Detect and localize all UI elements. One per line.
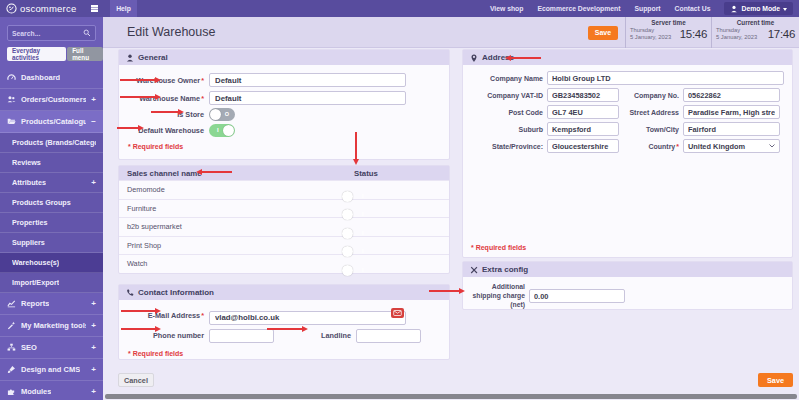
horizontal-scrollbar[interactable] bbox=[105, 394, 797, 399]
landline-label: Landline bbox=[274, 331, 356, 340]
suburb-input[interactable] bbox=[547, 122, 619, 136]
sidebar-item-reviews[interactable]: Reviews bbox=[0, 153, 103, 173]
ecommerce-development-link[interactable]: Ecommerce Development bbox=[537, 5, 620, 12]
country-select-value: United Kingdom bbox=[688, 142, 745, 151]
suburb-label: Suburb bbox=[463, 126, 547, 133]
sidebar-item-orders-customers[interactable]: Orders/Customers + bbox=[0, 89, 103, 111]
tab-everyday-activities[interactable]: Everyday activities bbox=[7, 47, 66, 61]
view-shop-link[interactable]: View shop bbox=[490, 5, 524, 12]
expand-plus[interactable]: + bbox=[91, 299, 96, 308]
state-province-label: State/Province: bbox=[463, 143, 547, 150]
town-city-input[interactable] bbox=[683, 122, 780, 136]
sidebar-item-properties[interactable]: Properties bbox=[0, 213, 103, 233]
additional-shipping-charge-input[interactable] bbox=[529, 289, 625, 303]
email-label: E-Mail Address* bbox=[119, 311, 209, 320]
user-menu-demo-mode[interactable]: Demo Mode bbox=[724, 2, 793, 15]
is-store-toggle[interactable] bbox=[209, 108, 235, 121]
expand-plus[interactable]: + bbox=[91, 95, 96, 104]
default-warehouse-toggle[interactable] bbox=[209, 124, 235, 137]
hamburger-menu-icon[interactable] bbox=[91, 5, 98, 7]
phone-number-input[interactable] bbox=[209, 329, 274, 343]
sidebar-item-products-brands[interactable]: Products (Brands/Catego... bbox=[0, 133, 103, 153]
sidebar-item-import-export[interactable]: Import/Export bbox=[0, 273, 103, 293]
search-icon[interactable] bbox=[83, 29, 91, 37]
main-area: Edit Warehouse Save Server time Thursday… bbox=[103, 17, 799, 400]
sidebar-item-dashboard[interactable]: Dashboard bbox=[0, 67, 103, 89]
collapse-minus[interactable]: − bbox=[91, 117, 96, 126]
chevron-down-icon bbox=[783, 8, 787, 13]
help-menu-item[interactable]: Help bbox=[110, 0, 137, 17]
address-required-note: * Required fields bbox=[471, 244, 526, 251]
server-time-block: Server time Thursday5 January, 2023 15:4… bbox=[625, 17, 711, 48]
sidebar-item-my-marketing-tools[interactable]: My Marketing tools + bbox=[0, 315, 103, 337]
street-address-label: Street Address bbox=[619, 109, 683, 116]
contact-us-link[interactable]: Contact Us bbox=[675, 5, 711, 12]
table-row: Print Shop bbox=[119, 236, 449, 255]
sidebar-item-suppliers[interactable]: Suppliers bbox=[0, 233, 103, 253]
folder-open-icon bbox=[7, 117, 16, 126]
company-vat-input[interactable] bbox=[547, 88, 619, 102]
sidebar-item-products-groups[interactable]: Products Groups bbox=[0, 193, 103, 213]
server-time-label: Server time bbox=[630, 19, 707, 26]
header-right: Save Server time Thursday5 January, 2023… bbox=[588, 17, 799, 48]
country-select[interactable]: United Kingdom bbox=[683, 139, 780, 153]
annotation-arrow-is-store bbox=[151, 111, 181, 113]
extra-config-panel: Extra config Additional shipping charge … bbox=[462, 261, 793, 310]
support-link[interactable]: Support bbox=[635, 5, 661, 12]
annotation-arrow-landline bbox=[267, 328, 305, 330]
sidebar-item-modules[interactable]: Modules + bbox=[0, 381, 103, 400]
warehouse-owner-input[interactable] bbox=[209, 73, 406, 87]
warehouse-name-label: Warehouse Name* bbox=[119, 94, 209, 103]
sidebar-item-reports[interactable]: Reports + bbox=[0, 293, 103, 315]
current-time-block: Current time Thursday5 January, 2023 17:… bbox=[711, 17, 799, 48]
expand-plus[interactable]: + bbox=[91, 178, 96, 187]
status-header: Status bbox=[354, 169, 449, 178]
search-input[interactable] bbox=[12, 30, 83, 37]
warehouse-name-input[interactable] bbox=[209, 91, 406, 105]
country-label: Country* bbox=[619, 143, 683, 150]
sidebar-item-attributes[interactable]: Attributes+ bbox=[0, 173, 103, 193]
annotation-arrow-address bbox=[508, 57, 541, 59]
oscommerce-admin-window: oscommerce Help View shop Ecommerce Deve… bbox=[0, 0, 799, 400]
company-no-input[interactable] bbox=[683, 88, 780, 102]
expand-plus[interactable]: + bbox=[91, 365, 96, 374]
send-email-icon[interactable] bbox=[391, 308, 404, 318]
contact-required-note: * Required fields bbox=[128, 350, 449, 357]
landline-input[interactable] bbox=[356, 329, 421, 343]
general-panel-title: General bbox=[138, 53, 168, 62]
phone-number-label: Phone number bbox=[119, 331, 209, 340]
table-row: b2b supermarket bbox=[119, 217, 449, 236]
save-button-top[interactable]: Save bbox=[588, 26, 618, 40]
channel-name: Watch bbox=[119, 259, 354, 268]
expand-plus[interactable]: + bbox=[91, 387, 96, 396]
state-province-input[interactable] bbox=[547, 139, 619, 153]
post-code-input[interactable] bbox=[547, 105, 619, 119]
street-address-input[interactable] bbox=[683, 105, 780, 119]
save-button-bottom[interactable]: Save bbox=[758, 373, 793, 387]
sales-channel-name-header: Sales channel name bbox=[119, 169, 354, 178]
server-time-value: 15:46 bbox=[680, 28, 707, 40]
current-time-label: Current time bbox=[716, 19, 795, 26]
cancel-button[interactable]: Cancel bbox=[118, 373, 154, 387]
expand-plus[interactable]: + bbox=[91, 321, 96, 330]
annotation-arrow-status bbox=[355, 132, 357, 162]
sidebar-item-products-catalogue[interactable]: Products/Catalogue − bbox=[0, 111, 103, 133]
expand-plus[interactable]: + bbox=[91, 343, 96, 352]
sidebar-item-warehouses[interactable]: Warehouse(s) bbox=[0, 253, 103, 273]
company-name-input[interactable] bbox=[547, 71, 784, 85]
sidebar-item-design-and-cms[interactable]: Design and CMS + bbox=[0, 359, 103, 381]
brand-title: oscommerce bbox=[20, 3, 76, 14]
channel-name: b2b supermarket bbox=[119, 222, 354, 231]
current-time-date: 5 January, 2023 bbox=[716, 34, 757, 40]
oscommerce-logo-icon bbox=[6, 3, 17, 14]
tab-full-menu[interactable]: Full menu bbox=[67, 47, 103, 61]
sales-channels-header: Sales channel name Status bbox=[119, 166, 449, 180]
email-input[interactable] bbox=[209, 311, 406, 325]
sidebar-item-seo[interactable]: SEO + bbox=[0, 337, 103, 359]
table-row: Watch bbox=[119, 254, 449, 273]
company-name-label: Company Name bbox=[463, 75, 547, 82]
contact-panel-title: Contact Information bbox=[138, 288, 214, 297]
company-no-label: Company No. bbox=[619, 92, 683, 99]
table-row: Furniture bbox=[119, 199, 449, 218]
contact-panel: Contact Information E-Mail Address* Phon… bbox=[118, 284, 450, 360]
